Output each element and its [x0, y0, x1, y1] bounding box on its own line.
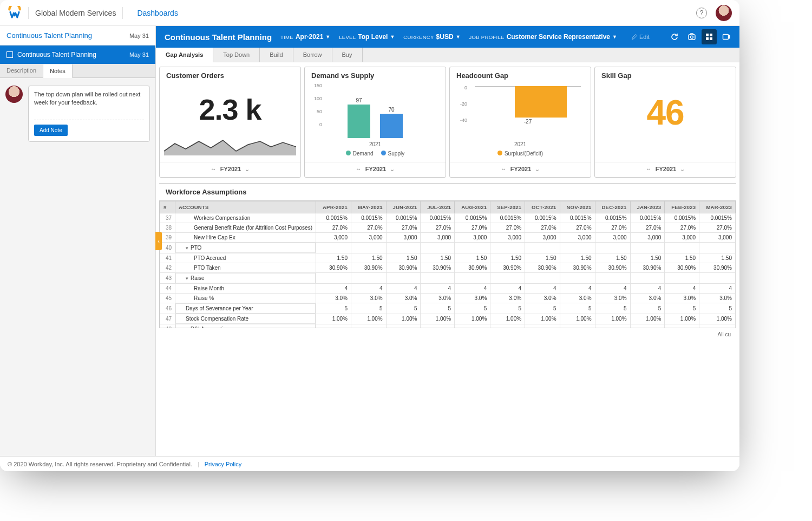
data-cell[interactable]: 1.00%	[455, 314, 490, 324]
data-cell[interactable]: 3,000	[630, 233, 665, 243]
data-cell[interactable]: 1.00%	[560, 314, 595, 324]
checkbox-icon[interactable]	[6, 51, 13, 58]
data-cell[interactable]	[560, 324, 595, 328]
data-cell[interactable]: 3,000	[595, 233, 630, 243]
data-cell[interactable]: 4	[525, 284, 560, 294]
data-cell[interactable]	[316, 324, 351, 328]
data-cell[interactable]	[699, 324, 736, 328]
data-cell[interactable]	[490, 324, 525, 328]
data-cell[interactable]: 4	[699, 284, 736, 294]
account-cell[interactable]: Raise Month	[175, 284, 316, 294]
data-cell[interactable]	[455, 243, 490, 253]
sidebar-plan-item[interactable]: Continuous Talent Planning May 31	[0, 45, 155, 64]
table-header[interactable]: MAY-2021	[351, 201, 387, 213]
tab-borrow[interactable]: Borrow	[293, 48, 332, 62]
data-cell[interactable]: 3,000	[455, 233, 490, 243]
data-cell[interactable]: 3.0%	[490, 294, 525, 303]
data-cell[interactable]: 3,000	[665, 233, 699, 243]
data-cell[interactable]	[351, 243, 387, 253]
data-cell[interactable]: 3,000	[560, 233, 595, 243]
data-cell[interactable]: 30.90%	[351, 263, 387, 273]
table-row[interactable]: 42PTO Taken30.90%30.90%30.90%30.90%30.90…	[160, 263, 736, 273]
data-cell[interactable]: 30.90%	[386, 263, 421, 273]
data-cell[interactable]: 27.0%	[316, 223, 351, 233]
data-cell[interactable]: 1.00%	[525, 314, 560, 324]
table-row[interactable]: 40▾PTO	[160, 243, 736, 253]
data-cell[interactable]: 27.0%	[630, 223, 665, 233]
data-cell[interactable]: 3,000	[699, 233, 736, 243]
data-cell[interactable]: 0.0015%	[351, 213, 387, 223]
data-cell[interactable]	[455, 324, 490, 328]
data-cell[interactable]: 27.0%	[351, 223, 387, 233]
data-cell[interactable]: 0.0015%	[699, 213, 736, 223]
data-cell[interactable]: 1.50	[560, 253, 595, 263]
data-cell[interactable]	[316, 273, 351, 284]
data-cell[interactable]: 27.0%	[665, 223, 699, 233]
data-cell[interactable]: 0.0015%	[560, 213, 595, 223]
data-cell[interactable]: 1.00%	[665, 314, 699, 324]
data-cell[interactable]: 3,000	[490, 233, 525, 243]
table-header[interactable]: AUG-2021	[455, 201, 490, 213]
data-cell[interactable]	[560, 243, 595, 253]
data-cell[interactable]: 0.0015%	[316, 213, 351, 223]
table-row[interactable]: 48▾D&I Assumptions	[160, 324, 736, 328]
data-cell[interactable]: 30.90%	[490, 263, 525, 273]
data-cell[interactable]: 1.50	[490, 253, 525, 263]
data-cell[interactable]: 4	[595, 284, 630, 294]
table-row[interactable]: 43▾Raise	[160, 273, 736, 284]
data-cell[interactable]: 0.0015%	[455, 213, 490, 223]
table-row[interactable]: 44Raise Month444444444444	[160, 284, 736, 294]
data-cell[interactable]: 3.0%	[560, 294, 595, 303]
account-cell[interactable]: General Benefit Rate (for Attrition Cost…	[175, 223, 316, 233]
data-cell[interactable]	[699, 273, 736, 284]
data-cell[interactable]: 5	[560, 303, 595, 314]
card-period-selector[interactable]: ↔ FY2021 ⌄	[160, 162, 300, 177]
table-header[interactable]: OCT-2021	[525, 201, 560, 213]
tab-top-down[interactable]: Top Down	[213, 48, 260, 62]
data-cell[interactable]	[421, 273, 455, 284]
data-cell[interactable]: 4	[421, 284, 455, 294]
data-cell[interactable]: 4	[455, 284, 490, 294]
data-cell[interactable]: 5	[351, 303, 387, 314]
data-cell[interactable]: 5	[316, 303, 351, 314]
data-cell[interactable]: 4	[665, 284, 699, 294]
filter-time[interactable]: TIME Apr-2021 ▼	[280, 33, 330, 41]
data-cell[interactable]: 1.50	[525, 253, 560, 263]
data-cell[interactable]: 30.90%	[630, 263, 665, 273]
data-cell[interactable]	[699, 243, 736, 253]
data-cell[interactable]: 27.0%	[386, 223, 421, 233]
filter-currency[interactable]: CURRENCY $USD ▼	[403, 33, 460, 41]
data-cell[interactable]	[665, 273, 699, 284]
data-cell[interactable]: 5	[455, 303, 490, 314]
data-cell[interactable]: 3,000	[386, 233, 421, 243]
data-cell[interactable]: 5	[490, 303, 525, 314]
data-cell[interactable]: 1.00%	[490, 314, 525, 324]
data-cell[interactable]: 0.0015%	[386, 213, 421, 223]
data-cell[interactable]: 3,000	[316, 233, 351, 243]
data-cell[interactable]: 27.0%	[421, 223, 455, 233]
account-cell[interactable]: ▾D&I Assumptions	[175, 324, 316, 328]
present-icon[interactable]	[719, 29, 734, 44]
sidebar-title[interactable]: Continuous Talent Planning	[6, 31, 129, 40]
data-cell[interactable]: 3.0%	[525, 294, 560, 303]
data-cell[interactable]	[386, 243, 421, 253]
data-cell[interactable]: 27.0%	[699, 223, 736, 233]
account-cell[interactable]: Stock Compensation Rate	[175, 314, 316, 324]
data-cell[interactable]: 0.0015%	[421, 213, 455, 223]
data-cell[interactable]: 0.0015%	[525, 213, 560, 223]
data-cell[interactable]: 3,000	[351, 233, 387, 243]
data-cell[interactable]	[316, 243, 351, 253]
data-cell[interactable]: 3.0%	[386, 294, 421, 303]
workforce-table-scroll[interactable]: #ACCOUNTSAPR-2021MAY-2021JUN-2021JUL-202…	[159, 200, 736, 328]
data-cell[interactable]: 3.0%	[630, 294, 665, 303]
data-cell[interactable]	[490, 273, 525, 284]
data-cell[interactable]: 1.50	[386, 253, 421, 263]
data-cell[interactable]: 30.90%	[316, 263, 351, 273]
data-cell[interactable]: 1.50	[595, 253, 630, 263]
data-cell[interactable]: 30.90%	[525, 263, 560, 273]
filter-job-profile[interactable]: JOB PROFILE Customer Service Representat…	[469, 33, 617, 41]
data-cell[interactable]: 4	[630, 284, 665, 294]
sidebar-tab-notes[interactable]: Notes	[43, 64, 73, 78]
data-cell[interactable]: 4	[560, 284, 595, 294]
table-header[interactable]: DEC-2021	[595, 201, 630, 213]
